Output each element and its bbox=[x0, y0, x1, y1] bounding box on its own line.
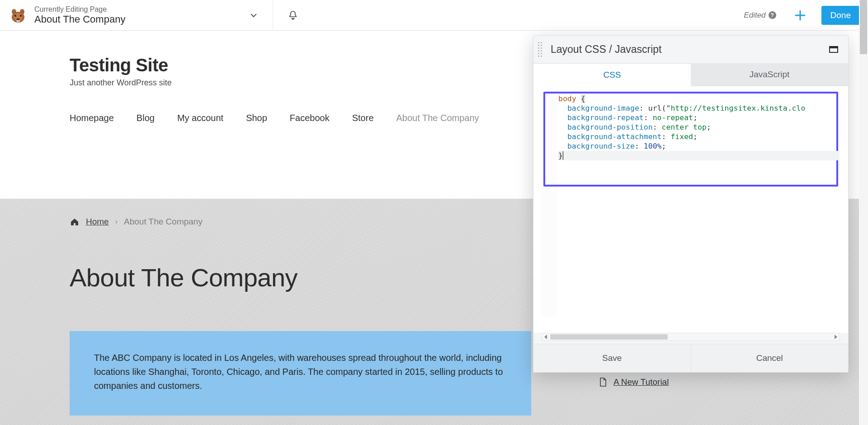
layout-css-js-panel: Layout CSS / Javascript CSS JavaScript b… bbox=[533, 35, 849, 373]
sidebar-link-label: A New Tutorial bbox=[613, 377, 669, 387]
maximize-icon[interactable] bbox=[829, 46, 838, 53]
svg-rect-6 bbox=[19, 20, 19, 22]
help-icon[interactable]: ? bbox=[769, 11, 776, 19]
cancel-button[interactable]: Cancel bbox=[691, 344, 849, 372]
chevron-right-icon: › bbox=[115, 218, 118, 226]
panel-tabs: CSS JavaScript bbox=[533, 63, 848, 86]
editing-label: Currently Editing Page bbox=[34, 5, 125, 14]
done-button[interactable]: Done bbox=[821, 6, 860, 25]
edited-label: Edited bbox=[744, 11, 765, 20]
svg-point-8 bbox=[20, 9, 24, 14]
nav-item-facebook[interactable]: Facebook bbox=[290, 113, 330, 123]
editor-horizontal-scrollbar[interactable] bbox=[542, 333, 840, 341]
svg-point-2 bbox=[14, 15, 16, 17]
svg-point-7 bbox=[12, 9, 16, 14]
nav-item-my-account[interactable]: My account bbox=[177, 113, 223, 123]
svg-rect-5 bbox=[17, 20, 18, 22]
chevron-down-icon[interactable] bbox=[249, 11, 258, 20]
plus-icon[interactable] bbox=[793, 9, 807, 22]
code-gutter bbox=[542, 92, 557, 317]
nav-item-shop[interactable]: Shop bbox=[246, 113, 267, 123]
company-intro-card: The ABC Company is located in Los Angele… bbox=[70, 331, 531, 416]
bell-icon[interactable] bbox=[288, 10, 298, 21]
panel-footer: Save Cancel bbox=[533, 344, 848, 372]
tab-javascript[interactable]: JavaScript bbox=[691, 63, 848, 86]
nav-item-store[interactable]: Store bbox=[352, 113, 374, 123]
nav-item-homepage[interactable]: Homepage bbox=[70, 113, 114, 123]
editing-page-title: About The Company bbox=[34, 14, 125, 25]
breadcrumb-home-link[interactable]: Home bbox=[86, 217, 109, 227]
code-editor[interactable]: body { background-image: url("http://tes… bbox=[533, 86, 848, 333]
editing-info: Currently Editing Page About The Company bbox=[34, 5, 125, 26]
document-icon bbox=[599, 378, 607, 387]
panel-header[interactable]: Layout CSS / Javascript bbox=[533, 36, 848, 63]
save-button[interactable]: Save bbox=[533, 344, 691, 372]
home-icon bbox=[70, 217, 80, 226]
breadcrumb-current: About The Company bbox=[124, 217, 203, 227]
svg-point-3 bbox=[20, 15, 22, 17]
nav-item-blog[interactable]: Blog bbox=[137, 113, 155, 123]
drag-handle-icon[interactable] bbox=[538, 42, 545, 57]
sidebar-link[interactable]: A New Tutorial bbox=[599, 377, 798, 387]
tab-css[interactable]: CSS bbox=[533, 63, 691, 86]
toolbar-divider bbox=[273, 0, 273, 31]
beaver-builder-logo-icon[interactable] bbox=[8, 5, 28, 25]
viewport-scrollbar[interactable] bbox=[859, 0, 868, 425]
edited-badge: Edited ? bbox=[744, 11, 776, 20]
nav-item-about-the-company[interactable]: About The Company bbox=[396, 113, 479, 123]
top-toolbar: Currently Editing Page About The Company… bbox=[0, 0, 868, 31]
code-text[interactable]: body { background-image: url("http://tes… bbox=[557, 92, 840, 317]
panel-title: Layout CSS / Javascript bbox=[551, 43, 661, 56]
